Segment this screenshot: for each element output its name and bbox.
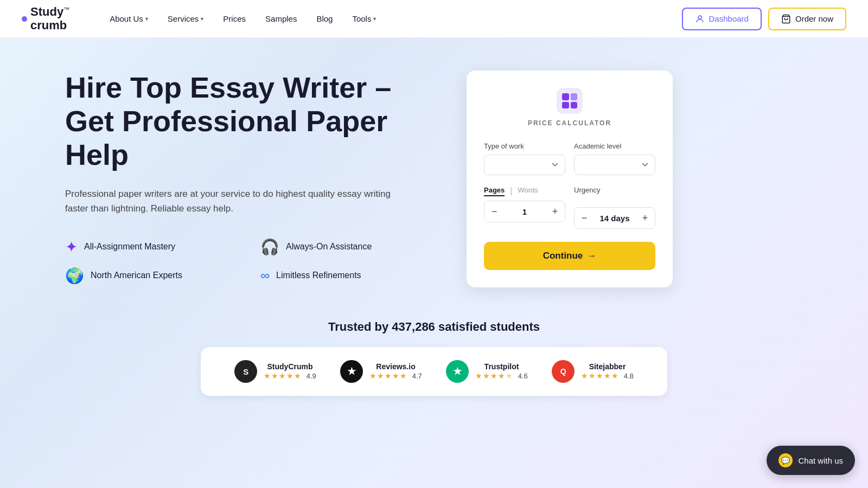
review-rating: ★★★★★ 4.7 xyxy=(369,371,422,381)
dashboard-icon xyxy=(695,14,705,24)
feature-label: Limitless Refinements xyxy=(276,271,361,280)
sitejabber-logo: Q xyxy=(552,360,575,383)
main-content: Hire Top Essay Writer – Get Professional… xyxy=(0,38,868,309)
review-score: 4.7 xyxy=(412,372,422,380)
review-studycrumb: S StudyCrumb ★★★★★ 4.9 xyxy=(234,360,316,383)
review-platform-name: StudyCrumb xyxy=(264,362,316,371)
chevron-down-icon: ▾ xyxy=(201,16,203,22)
nav-about-us[interactable]: About Us ▾ xyxy=(102,10,156,28)
nav-blog[interactable]: Blog xyxy=(309,10,340,28)
cart-icon xyxy=(781,14,791,24)
sitejabber-info: Sitejabber ★★★★★ 4.8 xyxy=(581,362,634,381)
infinity-icon: ∞ xyxy=(260,268,270,283)
calc-title: PRICE CALCULATOR xyxy=(484,119,655,127)
review-rating: ★★★★★ 4.8 xyxy=(581,371,634,381)
trustpilot-info: Trustpilot ★★★★★ 4.6 xyxy=(475,362,528,381)
urgency-label: Urgency xyxy=(574,186,655,194)
trustpilot-logo: ★ xyxy=(446,360,469,383)
globe-icon: 🌍 xyxy=(65,267,84,285)
chat-widget[interactable]: 💬 Chat with us xyxy=(767,446,855,475)
nav-prices[interactable]: Prices xyxy=(215,10,253,28)
logo-text: Study™ crumb xyxy=(30,5,69,31)
reviews-bar: S StudyCrumb ★★★★★ 4.9 ★ Reviews.io ★★★★… xyxy=(201,347,667,396)
feature-label: Always-On Assistance xyxy=(286,242,372,252)
review-trustpilot: ★ Trustpilot ★★★★★ 4.6 xyxy=(446,360,528,383)
trusted-title: Trusted by 437,286 satisfied students xyxy=(65,320,803,334)
hero-title: Hire Top Essay Writer – Get Professional… xyxy=(65,70,434,171)
pages-counter-section: Pages | Words − 1 + xyxy=(484,186,565,229)
pages-value: 1 xyxy=(504,207,545,216)
urgency-increment-button[interactable]: + xyxy=(635,208,655,228)
hero-section: Hire Top Essay Writer – Get Professional… xyxy=(65,70,434,285)
nav-tools[interactable]: Tools ▾ xyxy=(344,10,384,28)
chat-bubble-icon: 💬 xyxy=(778,453,793,467)
nav-services[interactable]: Services ▾ xyxy=(160,10,212,28)
tab-words[interactable]: Words xyxy=(518,186,538,196)
price-calculator-card: PRICE CALCULATOR Type of work Essay Rese… xyxy=(467,70,673,287)
review-score: 4.8 xyxy=(624,372,634,380)
feature-label: All-Assignment Mastery xyxy=(84,242,175,252)
header: Study™ crumb About Us ▾ Services ▾ Price… xyxy=(0,0,868,38)
logo-dot xyxy=(22,16,27,22)
headphones-icon: 🎧 xyxy=(260,238,279,256)
studycrumb-info: StudyCrumb ★★★★★ 4.9 xyxy=(264,362,316,381)
academic-level-select[interactable]: High School Undergraduate Master's PhD xyxy=(574,155,655,175)
urgency-counter-control: − 14 days + xyxy=(574,207,655,229)
hero-subtitle: Professional paper writers are at your s… xyxy=(65,187,391,216)
calc-fields: Type of work Essay Research Paper Disser… xyxy=(484,142,655,175)
pages-counter-control: − 1 + xyxy=(484,201,565,222)
urgency-decrement-button[interactable]: − xyxy=(575,208,594,228)
review-platform-name: Sitejabber xyxy=(581,362,634,371)
star-icons: ★★★★★ xyxy=(369,371,407,380)
feature-label: North American Experts xyxy=(91,271,182,280)
calc-header: PRICE CALCULATOR xyxy=(484,88,655,127)
continue-button[interactable]: Continue → xyxy=(484,242,655,270)
academic-level-field: Academic level High School Undergraduate… xyxy=(574,142,655,175)
feature-refinements: ∞ Limitless Refinements xyxy=(260,267,434,285)
urgency-value: 14 days xyxy=(594,214,635,223)
review-platform-name: Reviews.io xyxy=(369,362,422,371)
chat-widget-label: Chat with us xyxy=(798,456,843,465)
star-icons: ★★★★★ xyxy=(475,371,513,380)
tab-pages[interactable]: Pages xyxy=(484,186,505,196)
reviewsio-logo: ★ xyxy=(340,360,363,383)
urgency-section: Urgency − 14 days + xyxy=(574,186,655,229)
feature-assistance: 🎧 Always-On Assistance xyxy=(260,238,434,256)
features-grid: ✦ All-Assignment Mastery 🎧 Always-On Ass… xyxy=(65,238,434,285)
studycrumb-logo: S xyxy=(234,360,257,383)
star-icons: ★★★★★ xyxy=(264,371,302,380)
logo[interactable]: Study™ crumb xyxy=(22,5,69,31)
reviewsio-info: Reviews.io ★★★★★ 4.7 xyxy=(369,362,422,381)
review-score: 4.9 xyxy=(307,372,316,380)
trusted-section: Trusted by 437,286 satisfied students S … xyxy=(0,309,868,412)
calculator-icon xyxy=(484,88,655,114)
review-reviewsio: ★ Reviews.io ★★★★★ 4.7 xyxy=(340,360,422,383)
pages-decrement-button[interactable]: − xyxy=(484,201,504,222)
main-nav: About Us ▾ Services ▾ Prices Samples Blo… xyxy=(102,10,681,28)
chevron-down-icon: ▾ xyxy=(145,16,148,22)
dashboard-button[interactable]: Dashboard xyxy=(682,8,762,30)
svg-point-0 xyxy=(698,16,701,19)
review-sitejabber: Q Sitejabber ★★★★★ 4.8 xyxy=(552,360,634,383)
academic-level-label: Academic level xyxy=(574,142,655,150)
type-of-work-field: Type of work Essay Research Paper Disser… xyxy=(484,142,565,175)
feature-experts: 🌍 North American Experts xyxy=(65,267,239,285)
sparkle-icon: ✦ xyxy=(65,238,78,256)
feature-assignment-mastery: ✦ All-Assignment Mastery xyxy=(65,238,239,256)
calc-counter-row: Pages | Words − 1 + Urgency − 14 days + xyxy=(484,186,655,229)
pages-increment-button[interactable]: + xyxy=(545,201,565,222)
type-of-work-select[interactable]: Essay Research Paper Dissertation Course… xyxy=(484,155,565,175)
review-score: 4.6 xyxy=(518,372,528,380)
star-icons: ★★★★★ xyxy=(581,371,619,380)
review-rating: ★★★★★ 4.9 xyxy=(264,371,316,381)
review-platform-name: Trustpilot xyxy=(475,362,528,371)
nav-samples[interactable]: Samples xyxy=(258,10,304,28)
header-actions: Dashboard Order now xyxy=(682,8,846,30)
chevron-down-icon: ▾ xyxy=(373,16,376,22)
type-of-work-label: Type of work xyxy=(484,142,565,150)
pages-words-tabs: Pages | Words xyxy=(484,186,565,196)
order-now-button[interactable]: Order now xyxy=(768,8,846,30)
review-rating: ★★★★★ 4.6 xyxy=(475,371,528,381)
